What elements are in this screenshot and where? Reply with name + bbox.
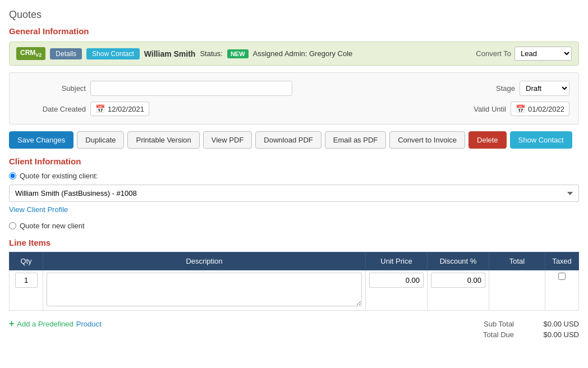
stage-group: Stage Draft Sent Accepted Declined (496, 81, 569, 96)
subject-input[interactable] (90, 81, 292, 96)
valid-until-wrapper[interactable]: 📅 01/02/2022 (511, 102, 569, 116)
discount-input[interactable] (431, 273, 485, 288)
col-description: Description (43, 252, 366, 270)
existing-client-label: Quote for existing client: (20, 172, 98, 180)
new-client-label: Quote for new client (20, 222, 85, 230)
line-items-section: Line Items Qty Description Unit Price Di… (9, 238, 579, 339)
valid-until-label: Valid Until (474, 105, 506, 113)
general-info-heading: General Information (9, 26, 579, 36)
show-contact-small-button[interactable]: Show Contact (86, 48, 140, 59)
description-cell (43, 270, 366, 311)
status-label: Status: (200, 49, 222, 58)
col-qty: Qty (10, 252, 43, 270)
col-total: Total (489, 252, 545, 270)
client-info-heading: Client Information (9, 157, 579, 166)
taxed-checkbox[interactable] (558, 273, 566, 280)
details-button[interactable]: Details (50, 48, 82, 59)
add-product-icon: + (9, 319, 14, 329)
date-row: Date Created 📅 12/02/2021 Valid Until 📅 … (19, 102, 569, 116)
assigned-admin: Assigned Admin: Gregory Cole (253, 49, 353, 58)
new-client-radio[interactable] (9, 222, 16, 229)
date-created-wrapper[interactable]: 📅 12/02/2021 (90, 102, 149, 116)
valid-until-value: 01/02/2022 (528, 105, 564, 113)
subject-row: Subject Stage Draft Sent Accepted Declin… (19, 81, 569, 96)
add-product-row: + Add a Predefined Product (9, 319, 102, 329)
new-client-radio-row: Quote for new client (9, 222, 579, 230)
line-items-heading: Line Items (9, 238, 579, 247)
crm-bar: CRMV2 Details Show Contact William Smith… (9, 42, 579, 66)
total-cell (489, 270, 545, 311)
status-badge: NEW (227, 49, 249, 58)
convert-to-invoice-button[interactable]: Convert to Invoice (389, 131, 465, 149)
date-created-label: Date Created (19, 105, 86, 113)
total-due-row: Total Due $0.00 USD (458, 330, 579, 339)
total-due-value: $0.00 USD (523, 330, 579, 339)
existing-client-radio[interactable] (9, 172, 16, 180)
unit-price-input[interactable] (369, 273, 424, 288)
table-row (10, 270, 579, 311)
valid-until-group: Valid Until 📅 01/02/2022 (474, 102, 569, 116)
col-unit-price: Unit Price (366, 252, 428, 270)
calendar-icon: 📅 (95, 104, 105, 113)
page-title: Quotes (9, 9, 579, 21)
qty-input[interactable] (15, 273, 38, 288)
toolbar: Save Changes Duplicate Printable Version… (9, 131, 579, 149)
convert-to-label: Convert To (476, 49, 511, 58)
email-as-pdf-button[interactable]: Email as PDF (325, 131, 386, 149)
col-taxed: Taxed (545, 252, 579, 270)
add-product-link[interactable]: Product (76, 320, 102, 328)
download-pdf-button[interactable]: Download PDF (255, 131, 321, 149)
contact-name: William Smith (144, 49, 196, 58)
qty-cell (10, 270, 43, 311)
description-textarea[interactable] (47, 273, 362, 306)
convert-to-select[interactable]: Lead Opportunity Customer (514, 47, 572, 61)
show-contact-button[interactable]: Show Contact (510, 131, 572, 149)
crm-badge: CRMV2 (16, 47, 45, 59)
discount-cell (428, 270, 489, 311)
totals-section: Sub Total $0.00 USD Total Due $0.00 USD (458, 320, 579, 339)
date-created-value: 12/02/2021 (108, 105, 144, 113)
add-product-label: Add a Predefined (17, 320, 73, 328)
col-discount: Discount % (428, 252, 489, 270)
sub-total-label: Sub Total (458, 320, 514, 328)
stage-label: Stage (496, 84, 515, 93)
total-due-label: Total Due (458, 330, 514, 339)
subject-label: Subject (19, 84, 86, 93)
client-info-section: Client Information Quote for existing cl… (9, 157, 579, 230)
form-section: Subject Stage Draft Sent Accepted Declin… (9, 72, 579, 125)
existing-client-radio-row: Quote for existing client: (9, 172, 579, 180)
view-client-profile-link[interactable]: View Client Profile (9, 205, 68, 214)
duplicate-button[interactable]: Duplicate (77, 131, 124, 149)
unit-price-cell (366, 270, 428, 311)
crm-bar-right: Convert To Lead Opportunity Customer (476, 47, 572, 61)
calendar-icon-2: 📅 (516, 104, 525, 113)
printable-version-button[interactable]: Printable Version (127, 131, 199, 149)
delete-button[interactable]: Delete (468, 131, 507, 149)
sub-total-row: Sub Total $0.00 USD (458, 320, 579, 328)
taxed-cell (545, 270, 579, 311)
sub-total-value: $0.00 USD (523, 320, 579, 328)
save-changes-button[interactable]: Save Changes (9, 131, 74, 149)
stage-select[interactable]: Draft Sent Accepted Declined (520, 81, 569, 96)
client-select[interactable]: William Smith (FastBusiness) - #1008 (9, 185, 579, 202)
line-items-table: Qty Description Unit Price Discount % To… (9, 252, 579, 311)
view-pdf-button[interactable]: View PDF (203, 131, 252, 149)
